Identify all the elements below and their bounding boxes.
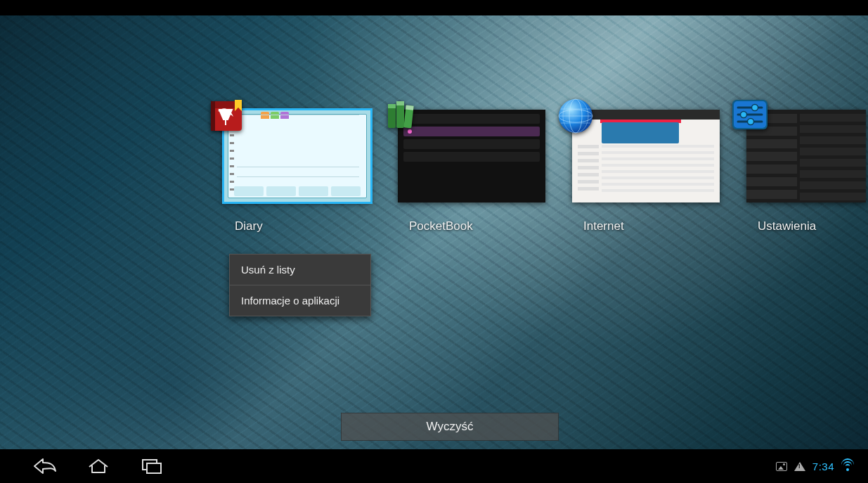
- clear-all-label: Wyczyść: [427, 420, 474, 434]
- home-icon: [86, 457, 110, 475]
- recent-app-settings-label: Ustawienia: [746, 219, 866, 233]
- recent-app-internet[interactable]: Internet: [572, 110, 720, 236]
- navigation-bar: 7:34: [0, 449, 868, 483]
- status-bar-top: [0, 0, 868, 15]
- recent-app-pocketbook-label: PocketBook: [398, 219, 545, 233]
- svg-point-22: [741, 112, 747, 118]
- svg-point-24: [748, 119, 754, 125]
- svg-point-20: [752, 105, 758, 111]
- recent-app-diary-label: Diary: [224, 219, 371, 233]
- recent-apps-row: Diary PocketBook: [224, 110, 868, 236]
- svg-rect-9: [406, 105, 414, 110]
- context-menu-app-info[interactable]: Informacje o aplikacji: [230, 285, 370, 316]
- svg-rect-2: [211, 101, 215, 131]
- recent-app-diary[interactable]: Diary: [224, 110, 371, 236]
- recent-app-pocketbook[interactable]: PocketBook: [398, 110, 545, 236]
- globe-icon: [557, 97, 595, 135]
- sliders-icon: [731, 97, 769, 135]
- status-area: 7:34: [776, 461, 854, 472]
- books-icon: [382, 97, 420, 135]
- recent-app-settings[interactable]: Ustawienia: [746, 110, 866, 236]
- picture-icon: [776, 462, 787, 471]
- svg-rect-26: [147, 463, 161, 473]
- context-menu-remove[interactable]: Usuń z listy: [230, 255, 370, 285]
- home-button[interactable]: [82, 449, 115, 483]
- clear-all-button[interactable]: Wyczyść: [341, 413, 559, 441]
- diary-icon: [208, 97, 246, 135]
- svg-rect-5: [388, 104, 396, 108]
- context-menu: Usuń z listy Informacje o aplikacji: [229, 254, 371, 316]
- recent-apps-button[interactable]: [135, 449, 169, 483]
- svg-rect-7: [396, 101, 404, 105]
- back-button[interactable]: [28, 449, 62, 483]
- warning-icon: [794, 462, 805, 471]
- recent-apps-icon: [140, 457, 164, 475]
- clock: 7:34: [812, 461, 834, 472]
- back-icon: [33, 457, 57, 475]
- wifi-icon: [841, 461, 854, 471]
- recent-app-internet-label: Internet: [572, 219, 720, 233]
